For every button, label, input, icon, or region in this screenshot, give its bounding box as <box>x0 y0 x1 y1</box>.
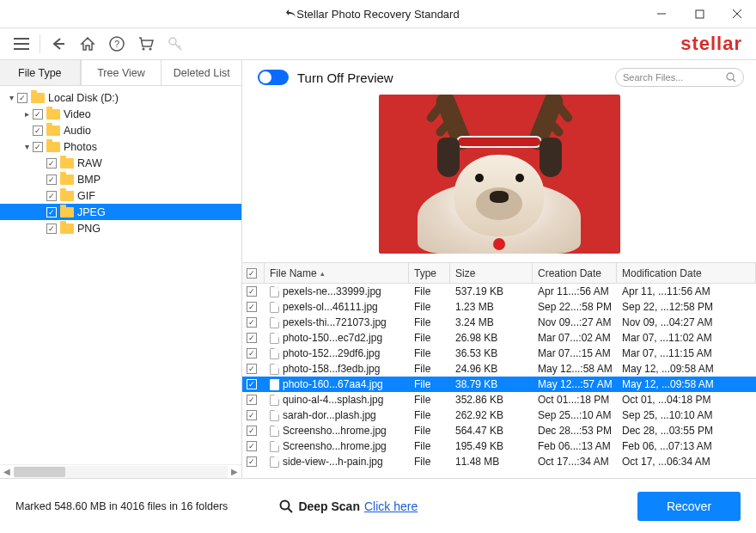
key-icon[interactable] <box>161 32 190 56</box>
checkbox[interactable] <box>247 456 257 467</box>
sidebar-tabs: File Type Tree View Deleted List <box>0 60 241 86</box>
cart-button[interactable] <box>131 32 161 56</box>
checkbox[interactable] <box>247 379 257 389</box>
tree-item-bmp[interactable]: BMP <box>0 171 241 187</box>
checkbox[interactable] <box>33 126 43 136</box>
creation-date: Sep 22...:58 PM <box>533 301 617 313</box>
menu-button[interactable] <box>7 32 36 56</box>
tree-label: RAW <box>77 157 102 169</box>
search-input[interactable]: Search Files... <box>615 68 744 87</box>
file-icon <box>270 364 279 375</box>
file-name: Screensho...hrome.jpg <box>283 440 387 452</box>
table-row[interactable]: pexels-thi...721073.jpgFile3.24 MBNov 09… <box>242 315 756 330</box>
table-row[interactable]: Screensho...hrome.jpgFile195.49 KBFeb 06… <box>242 438 756 454</box>
modification-date: Oct 01, ...04:18 PM <box>617 394 756 406</box>
table-row[interactable]: photo-152...29df6.jpgFile36.53 KBMar 07.… <box>242 346 756 361</box>
tree-item-raw[interactable]: RAW <box>0 155 241 171</box>
table-row[interactable]: photo-160...67aa4.jpgFile38.79 KBMay 12.… <box>242 377 756 392</box>
undo-icon[interactable] <box>284 7 297 21</box>
col-size[interactable]: Size <box>450 263 533 283</box>
tree-item-photos[interactable]: ▾ Photos <box>0 138 241 155</box>
col-filename[interactable]: File Name▴ <box>265 263 409 283</box>
tree-item-video[interactable]: ▸ Video <box>0 106 241 122</box>
file-icon <box>270 286 279 297</box>
tree-item-png[interactable]: PNG <box>0 220 241 236</box>
checkbox[interactable] <box>247 395 257 405</box>
table-row[interactable]: side-view-...h-pain.jpgFile11.48 MBOct 1… <box>242 454 756 469</box>
select-all-checkbox[interactable] <box>247 268 257 279</box>
file-type: File <box>409 440 450 452</box>
chevron-right-icon[interactable]: ▸ <box>21 109 33 119</box>
maximize-button[interactable] <box>680 0 718 28</box>
table-row[interactable]: pexels-ne...33999.jpgFile537.19 KBApr 11… <box>242 284 756 299</box>
svg-point-15 <box>727 73 734 80</box>
tree-label: PNG <box>77 223 101 235</box>
checkbox[interactable] <box>247 410 257 420</box>
modification-date: Sep 25, ...10:10 AM <box>617 409 756 421</box>
checkbox[interactable] <box>247 426 257 436</box>
table-header: File Name▴ Type Size Creation Date Modif… <box>242 263 756 284</box>
folder-icon <box>60 158 74 168</box>
horizontal-scrollbar[interactable]: ◀▶ <box>0 464 241 478</box>
checkbox[interactable] <box>33 109 43 119</box>
deep-scan: Deep Scan Click here <box>279 499 418 513</box>
checkbox[interactable] <box>33 142 43 152</box>
file-size: 195.49 KB <box>450 440 533 452</box>
checkbox[interactable] <box>247 302 257 312</box>
tab-tree-view[interactable]: Tree View <box>81 60 162 85</box>
checkbox[interactable] <box>46 191 57 201</box>
table-row[interactable]: pexels-ol...46111.jpgFile1.23 MBSep 22..… <box>242 299 756 315</box>
folder-icon <box>60 191 74 201</box>
svg-text:?: ? <box>114 39 119 49</box>
col-creation-date[interactable]: Creation Date <box>533 263 617 283</box>
close-button[interactable] <box>718 0 756 28</box>
col-type[interactable]: Type <box>409 263 450 283</box>
tab-file-type[interactable]: File Type <box>0 60 81 85</box>
checkbox[interactable] <box>46 158 57 168</box>
checkbox[interactable] <box>46 207 57 217</box>
file-name: Screensho...hrome.jpg <box>283 425 387 437</box>
modification-date: Feb 06, ...07:13 AM <box>617 440 756 452</box>
checkbox[interactable] <box>247 286 257 297</box>
tree-label: JPEG <box>77 206 106 218</box>
minimize-button[interactable] <box>643 0 680 28</box>
file-size: 352.86 KB <box>450 394 533 406</box>
table-row[interactable]: photo-158...f3edb.jpgFile24.96 KBMay 12.… <box>242 361 756 377</box>
tree-item-jpeg[interactable]: JPEG <box>0 204 241 220</box>
tree-item-audio[interactable]: Audio <box>0 122 241 138</box>
tree-item-root[interactable]: ▾ Local Disk (D:) <box>0 89 241 106</box>
table-row[interactable]: photo-150...ec7d2.jpgFile26.98 KBMar 07.… <box>242 330 756 346</box>
modification-date: May 12, ...09:58 AM <box>617 363 756 375</box>
tree-item-gif[interactable]: GIF <box>0 187 241 204</box>
checkbox[interactable] <box>247 348 257 358</box>
file-size: 3.24 MB <box>450 316 533 328</box>
tab-deleted-list[interactable]: Deleted List <box>161 60 241 85</box>
checkbox[interactable] <box>247 364 257 374</box>
preview-toggle[interactable] <box>258 70 289 85</box>
file-icon <box>270 302 279 313</box>
table-body[interactable]: pexels-ne...33999.jpgFile537.19 KBApr 11… <box>242 284 756 471</box>
deep-scan-link[interactable]: Click here <box>364 499 418 513</box>
checkbox[interactable] <box>247 317 257 328</box>
col-modification-date[interactable]: Modification Date <box>617 263 756 283</box>
chevron-down-icon[interactable]: ▾ <box>21 142 33 151</box>
help-button[interactable]: ? <box>102 32 131 56</box>
table-row[interactable]: sarah-dor...plash.jpgFile262.92 KBSep 25… <box>242 407 756 423</box>
checkbox[interactable] <box>17 93 27 103</box>
table-row[interactable]: Screensho...hrome.jpgFile564.47 KBDec 28… <box>242 423 756 438</box>
file-type: File <box>409 394 450 406</box>
titlebar: Stellar Photo Recovery Standard <box>0 0 756 28</box>
checkbox[interactable] <box>247 441 257 451</box>
back-button[interactable] <box>44 32 73 56</box>
footer: Marked 548.60 MB in 4016 files in 16 fol… <box>0 478 756 533</box>
home-button[interactable] <box>73 32 102 56</box>
sidebar: File Type Tree View Deleted List ▾ Local… <box>0 60 242 478</box>
table-row[interactable]: quino-al-4...splash.jpgFile352.86 KBOct … <box>242 392 756 407</box>
checkbox[interactable] <box>247 333 257 343</box>
svg-rect-1 <box>696 10 704 18</box>
checkbox[interactable] <box>46 175 57 185</box>
modification-date: Sep 22, ...12:58 PM <box>617 301 756 313</box>
recover-button[interactable]: Recover <box>637 492 741 521</box>
chevron-down-icon[interactable]: ▾ <box>5 93 17 102</box>
checkbox[interactable] <box>46 224 57 234</box>
